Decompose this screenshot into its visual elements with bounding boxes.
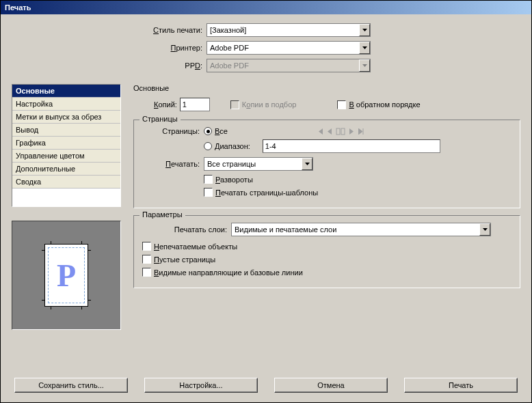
section-nav: Основные Настройка Метки и выпуск за обр…	[12, 84, 121, 207]
reverse-label: В обратном порядке	[349, 100, 420, 109]
reverse-checkbox[interactable]	[337, 100, 346, 109]
print-sequence-dropdown[interactable]: Все страницы	[204, 157, 313, 171]
next-page-icon[interactable]	[349, 128, 354, 135]
print-dialog: Печать ССтиль печати:тиль печати: [Заказ…	[0, 0, 532, 403]
pages-label: Страницы:	[142, 127, 204, 135]
pages-range-input[interactable]	[263, 139, 440, 153]
collate-label: Копии в подбор	[242, 100, 297, 109]
master-checkbox[interactable]	[204, 188, 213, 197]
last-page-icon[interactable]	[358, 128, 364, 135]
preview-glyph: P	[57, 258, 76, 294]
printer-label: Принтер:	[142, 44, 207, 52]
blank-label: Пустые страницы	[154, 255, 215, 264]
guides-checkbox[interactable]	[142, 268, 151, 277]
guides-label: Видимые направляющие и базовые линии	[154, 268, 303, 277]
pages-group: Страницы Страницы: Все	[133, 120, 520, 208]
params-legend: Параметры	[139, 210, 185, 219]
nav-item-color[interactable]: Управление цветом	[12, 150, 120, 163]
first-page-icon[interactable]	[317, 128, 323, 135]
chevron-down-icon	[302, 158, 312, 170]
pages-all-radio[interactable]	[204, 127, 212, 135]
layers-dropdown[interactable]: Видимые и печатаемые слои	[231, 223, 491, 236]
layers-label: Печатать слои:	[142, 225, 231, 234]
ppd-dropdown: Adobe PDF	[207, 59, 371, 72]
svg-rect-0	[336, 128, 340, 135]
nav-item-marks[interactable]: Метки и выпуск за обрез	[12, 111, 120, 124]
print-style-value: [Заказной]	[207, 26, 359, 34]
ppd-value: Adobe PDF	[207, 61, 359, 70]
nav-item-graphics[interactable]: Графика	[12, 137, 120, 150]
dialog-content: ССтиль печати:тиль печати: [Заказной] Пр…	[1, 14, 531, 402]
params-group: Параметры Печатать слои: Видимые и печат…	[133, 215, 520, 288]
chevron-down-icon	[359, 24, 370, 36]
print-style-dropdown[interactable]: [Заказной]	[207, 23, 371, 37]
nonprint-checkbox[interactable]	[142, 242, 151, 251]
copies-input[interactable]	[180, 98, 210, 111]
nav-item-summary[interactable]: Сводка	[12, 176, 120, 189]
print-button[interactable]: Печать	[404, 378, 518, 393]
setup-button[interactable]: Настройка...	[144, 378, 258, 393]
print-sequence-value: Все страницы	[204, 160, 302, 168]
spread-icon[interactable]	[336, 128, 345, 135]
save-style-button[interactable]: Сохранить стиль...	[14, 378, 128, 393]
pages-range-label: Диапазон:	[215, 142, 250, 150]
nav-item-setup[interactable]: Настройка	[12, 98, 120, 111]
pages-range-radio[interactable]	[204, 142, 212, 150]
cancel-button[interactable]: Отмена	[274, 378, 388, 393]
chevron-down-icon	[479, 223, 490, 236]
blank-checkbox[interactable]	[142, 255, 151, 264]
nonprint-label: Непечатаемые объекты	[154, 242, 237, 251]
master-label: Печатать страницы-шаблоны	[215, 189, 318, 197]
prev-page-icon[interactable]	[327, 128, 332, 135]
preview-page: P	[44, 244, 88, 307]
printer-value: Adobe PDF	[207, 44, 359, 52]
dialog-buttons: Сохранить стиль... Настройка... Отмена П…	[12, 372, 520, 395]
layers-value: Видимые и печатаемые слои	[232, 225, 479, 234]
nav-item-general[interactable]: Основные	[12, 85, 120, 98]
page-preview: P	[12, 221, 121, 330]
chevron-down-icon	[359, 42, 370, 54]
spreads-label: Развороты	[215, 176, 253, 184]
top-settings: ССтиль печати:тиль печати: [Заказной] Пр…	[142, 23, 520, 76]
ppd-label: PPD:	[142, 61, 207, 70]
print-sequence-label: Печатать:	[142, 160, 204, 168]
nav-item-output[interactable]: Вывод	[12, 124, 120, 137]
copies-label: Копий:	[154, 100, 177, 109]
svg-rect-1	[341, 128, 345, 135]
titlebar: Печать	[1, 1, 531, 14]
window-title: Печать	[5, 3, 31, 12]
page-nav-icons	[317, 128, 364, 135]
pages-legend: Страницы	[139, 115, 181, 123]
print-style-label: ССтиль печати:тиль печати:	[142, 26, 207, 34]
printer-dropdown[interactable]: Adobe PDF	[207, 41, 371, 55]
pages-all-label: Все	[215, 127, 228, 135]
chevron-down-icon	[359, 59, 370, 72]
nav-item-advanced[interactable]: Дополнительные	[12, 163, 120, 176]
section-title: Основные	[133, 84, 520, 92]
collate-checkbox	[230, 100, 239, 109]
spreads-checkbox[interactable]	[204, 175, 213, 184]
